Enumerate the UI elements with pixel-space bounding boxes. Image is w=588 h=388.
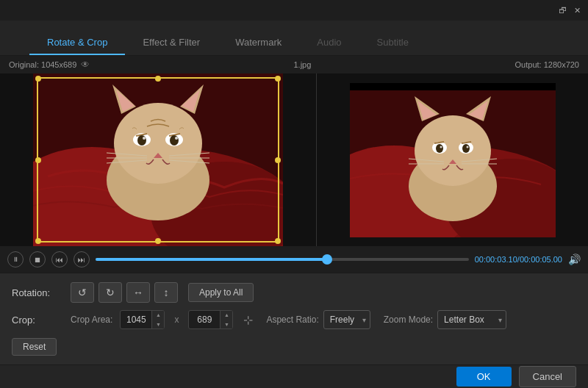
cat-image-svg-right [350,83,556,237]
crop-width-input-group: ▲ ▼ [120,310,165,329]
controls-panel: Rotation: ↺ ↻ ↔ ↕ Apply to All Crop: Cro… [0,273,588,364]
preview-right [317,73,588,246]
progress-thumb[interactable] [322,254,332,265]
source-image [33,73,283,246]
apply-to-all-button[interactable]: Apply to All [188,283,254,302]
height-spinners: ▲ ▼ [220,310,232,329]
crop-row: Crop: Crop Area: ▲ ▼ x ▲ ▼ ⊹ Aspect Rati… [12,310,576,329]
crop-width-input[interactable] [121,315,151,325]
aspect-ratio-select-wrapper: Freely 16:9 4:3 1:1 9:16 [323,310,370,329]
x-separator: x [172,315,181,325]
crop-handle-ml[interactable] [35,157,41,163]
height-down-button[interactable]: ▼ [220,320,232,329]
crop-handle-tm[interactable] [155,76,161,82]
width-spinners: ▲ ▼ [151,310,164,329]
crosshair-icon: ⊹ [243,313,253,327]
crop-handle-bm[interactable] [155,238,161,244]
rotation-buttons: ↺ ↻ ↔ ↕ [71,282,178,303]
zoom-mode-select[interactable]: Letter Box Pan & Scan Full [437,310,506,329]
ok-button[interactable]: OK [456,367,512,387]
stop-button[interactable]: ⏹ [29,251,46,267]
footer: OK Cancel [0,364,588,388]
tab-bar: Rotate & Crop Effect & Filter Watermark … [0,21,588,56]
svg-point-31 [415,115,491,186]
volume-icon[interactable]: 🔊 [568,254,581,265]
crop-height-input-group: ▲ ▼ [188,310,233,329]
original-res: Original: 1045x689 [9,60,76,69]
filename: 1.jpg [90,60,514,69]
zoom-mode-group: Zoom Mode: Letter Box Pan & Scan Full [384,310,506,329]
crop-handle-br[interactable] [275,238,281,244]
output-image [350,83,556,237]
tab-effect-filter[interactable]: Effect & Filter [125,31,218,55]
cancel-button[interactable]: Cancel [519,366,576,387]
main-content: Original: 1045x689 👁 1.jpg Output: 1280x… [0,56,588,388]
width-down-button[interactable]: ▼ [152,320,164,329]
rotation-label: Rotation: [12,287,63,298]
tab-subtitle: Subtitle [359,31,426,55]
rotate-right-button[interactable]: ↻ [98,282,122,303]
eye-icon[interactable]: 👁 [81,60,90,70]
prev-frame-button[interactable]: ⏮ [51,251,68,267]
close-button[interactable]: ✕ [572,5,582,15]
width-up-button[interactable]: ▲ [152,310,164,320]
aspect-ratio-select[interactable]: Freely 16:9 4:3 1:1 9:16 [323,310,370,329]
flip-vertical-button[interactable]: ↕ [154,282,178,303]
video-area: Original: 1045x689 👁 1.jpg Output: 1280x… [0,56,588,273]
rotation-row: Rotation: ↺ ↻ ↔ ↕ Apply to All [12,282,576,303]
svg-point-42 [440,146,442,148]
rotate-left-button[interactable]: ↺ [71,282,94,303]
zoom-mode-label: Zoom Mode: [384,315,433,325]
crop-label: Crop: [12,315,63,326]
svg-point-43 [466,146,468,148]
tab-rotate-crop[interactable]: Rotate & Crop [29,31,125,55]
zoom-mode-select-wrapper: Letter Box Pan & Scan Full [437,310,506,329]
progress-bar[interactable] [96,258,469,261]
crop-handle-mr[interactable] [275,157,281,163]
crop-overlay[interactable] [37,77,279,242]
playback-bar: ⏸ ⏹ ⏮ ⏭ 00:00:03.10/00:00:05.00 🔊 [0,246,588,273]
crop-area-label: Crop Area: [71,315,112,325]
aspect-ratio-group: Aspect Ratio: Freely 16:9 4:3 1:1 9:16 [266,310,370,329]
aspect-ratio-label: Aspect Ratio: [266,315,318,325]
video-info-bar: Original: 1045x689 👁 1.jpg Output: 1280x… [0,56,588,73]
preview-panels [0,73,588,246]
next-frame-button[interactable]: ⏭ [74,251,90,267]
svg-point-41 [462,144,470,153]
time-display: 00:00:03.10/00:00:05.00 [475,255,562,264]
crop-handle-tr[interactable] [275,76,281,82]
title-bar: 🗗 ✕ [0,0,588,21]
crop-handle-bl[interactable] [35,238,41,244]
tab-audio: Audio [299,31,359,55]
preview-left [0,73,316,246]
flip-horizontal-button[interactable]: ↔ [126,282,150,303]
reset-button[interactable]: Reset [12,338,57,356]
crop-handle-tl[interactable] [35,76,41,82]
crop-height-input[interactable] [189,315,220,325]
svg-point-40 [436,144,443,153]
pause-button[interactable]: ⏸ [7,251,24,267]
output-res: Output: 1280x720 [515,60,579,69]
minimize-button[interactable]: 🗗 [557,5,567,15]
height-up-button[interactable]: ▲ [220,310,232,320]
progress-fill [96,258,327,261]
tab-watermark[interactable]: Watermark [218,31,299,55]
